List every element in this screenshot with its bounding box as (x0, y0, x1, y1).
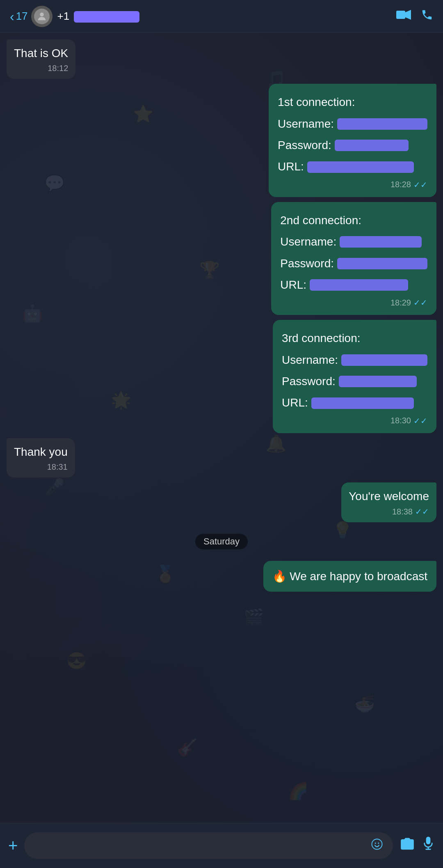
bubble-outgoing-conn2: 2nd connection: Username: Password: URL:… (271, 202, 436, 315)
day-separator: Saturday (7, 534, 436, 549)
read-ticks-icon: ✓✓ (415, 507, 429, 517)
camera-icon[interactable] (400, 836, 415, 855)
conn-label: URL: (280, 275, 306, 295)
message-row: You're welcome 18:38 ✓✓ (7, 482, 436, 522)
conn-line: Username: (282, 350, 427, 370)
password-redacted (335, 140, 409, 151)
bubble-text: You're welcome (349, 488, 429, 504)
phone-prefix: +1 (57, 10, 70, 22)
bubble-incoming: That is OK 18:12 (7, 39, 75, 79)
bubble-meta: 18:31 (14, 462, 68, 472)
bubble-outgoing-conn3: 3rd connection: Username: Password: URL:… (273, 320, 436, 433)
back-button[interactable]: ‹ 17 (10, 10, 28, 23)
conn-line: URL: (278, 156, 427, 177)
add-attachment-button[interactable]: + (8, 836, 18, 855)
bubble-text: 🔥 We are happy to broadcast (272, 568, 427, 584)
message-input[interactable] (34, 839, 364, 852)
username-redacted (341, 354, 427, 366)
conn-label: 2nd connection: (280, 210, 361, 231)
bubble-time: 18:30 (390, 416, 411, 425)
password-redacted (339, 376, 417, 387)
chat-header: ‹ 17 +1 (0, 0, 443, 33)
conn-line: Password: (282, 371, 427, 392)
bubble-broadcast: 🔥 We are happy to broadcast (263, 561, 436, 592)
message-row: 3rd connection: Username: Password: URL:… (7, 320, 436, 433)
message-row: That is OK 18:12 (7, 39, 436, 79)
password-redacted (337, 258, 427, 269)
message-row: Thank you 18:31 (7, 438, 436, 478)
contact-name[interactable]: +1 (57, 10, 396, 23)
read-ticks-icon: ✓✓ (413, 298, 427, 308)
svg-marker-2 (405, 10, 411, 20)
avatar[interactable] (31, 6, 53, 27)
username-redacted (337, 118, 427, 130)
message-row: 🔥 We are happy to broadcast (7, 561, 436, 592)
conn-line: 2nd connection: (280, 210, 427, 231)
username-redacted (340, 236, 422, 248)
bubble-text: 3rd connection: Username: Password: URL: (282, 328, 427, 413)
conn-label: Password: (282, 371, 336, 392)
conn-label: Username: (282, 350, 338, 370)
input-bar: + (0, 823, 443, 868)
bubble-time: 18:28 (390, 180, 411, 189)
conn-label: 3rd connection: (282, 328, 360, 349)
conn-label: 1st connection: (278, 92, 355, 113)
bubble-time: 18:29 (390, 298, 411, 308)
bubble-text: 2nd connection: Username: Password: URL: (280, 210, 427, 296)
video-call-icon[interactable] (396, 9, 411, 23)
url-redacted (307, 161, 414, 173)
conn-label: Password: (278, 135, 331, 156)
message-row: 2nd connection: Username: Password: URL:… (7, 202, 436, 315)
svg-point-5 (378, 843, 379, 844)
sticker-icon[interactable] (371, 838, 383, 853)
read-ticks-icon: ✓✓ (413, 416, 427, 426)
bubble-text: 1st connection: Username: Password: URL: (278, 92, 427, 177)
conn-line: URL: (282, 393, 427, 413)
broadcast-text: We are happy to broadcast (290, 570, 427, 583)
conn-line: Password: (280, 253, 427, 274)
conn-line: Password: (278, 135, 427, 156)
bubble-text: That is OK (14, 45, 68, 61)
bubble-meta: 18:29 ✓✓ (280, 298, 427, 308)
svg-point-4 (375, 843, 376, 844)
bubble-meta: 18:38 ✓✓ (349, 507, 429, 517)
bubble-meta: 18:28 ✓✓ (278, 180, 427, 190)
svg-rect-7 (426, 837, 431, 845)
day-label: Saturday (195, 534, 248, 549)
back-chevron-icon: ‹ (10, 10, 14, 23)
conn-label: Username: (278, 114, 334, 134)
conn-label: Password: (280, 253, 334, 274)
bubble-time: 18:31 (47, 462, 68, 472)
conn-line: Username: (278, 114, 427, 134)
bubble-time: 18:12 (48, 64, 68, 73)
conn-line: 1st connection: (278, 92, 427, 113)
conn-label: Username: (280, 232, 336, 252)
bubble-outgoing-conn1: 1st connection: Username: Password: URL:… (269, 84, 436, 197)
url-redacted (310, 279, 408, 291)
chat-area: That is OK 18:12 1st connection: Usernam… (0, 33, 443, 868)
bubble-meta: 18:30 ✓✓ (282, 416, 427, 426)
bubble-time: 18:38 (392, 507, 413, 517)
svg-point-0 (40, 12, 43, 16)
back-count: 17 (16, 10, 28, 23)
bubble-incoming: Thank you 18:31 (7, 438, 75, 478)
svg-rect-1 (396, 11, 405, 19)
header-actions (396, 9, 433, 24)
bubble-outgoing: You're welcome 18:38 ✓✓ (341, 482, 436, 522)
conn-line: Username: (280, 232, 427, 252)
conn-line: URL: (280, 275, 427, 295)
broadcast-emoji: 🔥 (272, 570, 287, 583)
microphone-icon[interactable] (422, 836, 435, 855)
bubble-text: Thank you (14, 444, 68, 460)
bubble-meta: 18:12 (14, 64, 68, 73)
svg-point-3 (372, 839, 382, 850)
conn-label: URL: (282, 393, 308, 413)
phone-number-redacted (74, 11, 139, 23)
avatar-placeholder-icon (34, 9, 50, 24)
url-redacted (311, 397, 414, 409)
voice-call-icon[interactable] (421, 9, 433, 24)
conn-line: 3rd connection: (282, 328, 427, 349)
message-row: 1st connection: Username: Password: URL:… (7, 84, 436, 197)
conn-label: URL: (278, 156, 304, 177)
message-input-wrapper (24, 832, 393, 859)
